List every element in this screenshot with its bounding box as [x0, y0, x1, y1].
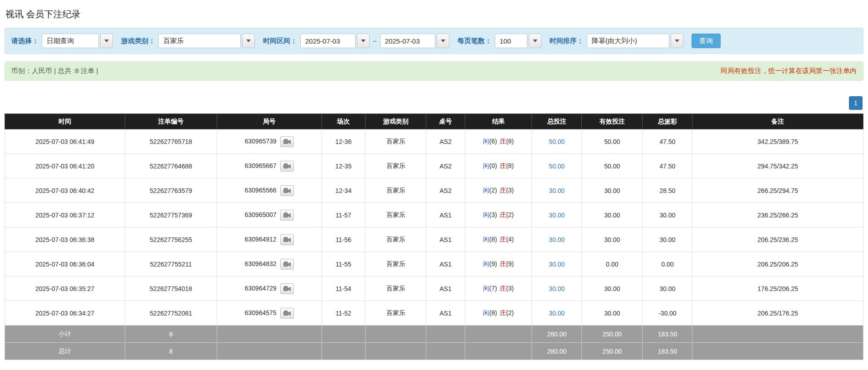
round-video-button[interactable]	[280, 283, 294, 294]
banker-score: (2)	[506, 211, 514, 218]
time-sort-group: 时间排序： 降幂(由大到小)	[550, 34, 683, 48]
chevron-down-icon[interactable]	[357, 34, 370, 48]
chevron-down-icon[interactable]	[242, 34, 255, 48]
cell-time: 2025-07-03 06:36:04	[5, 252, 125, 276]
filter-bar: 请选择： 日期查询 游戏类别： 百家乐 时间区间： 2025-07-03 ~ 2…	[5, 28, 863, 54]
game-type-select[interactable]: 百家乐	[158, 34, 255, 48]
page-button-1[interactable]: 1	[849, 96, 863, 110]
round-id: 630964832	[244, 260, 276, 267]
cell-payout: 30.00	[643, 227, 692, 252]
empty-cell	[465, 326, 532, 343]
cell-result: 闲(7)庄(3)	[465, 276, 532, 301]
cell-time: 2025-07-03 06:34:27	[5, 301, 125, 326]
query-type-select[interactable]: 日期查询	[42, 34, 113, 48]
cell-valid-bet: 30.00	[582, 276, 643, 301]
date-end-value: 2025-07-03	[380, 34, 435, 48]
total-bet-link[interactable]: 30.00	[549, 285, 565, 292]
column-header: 总派彩	[643, 114, 692, 129]
round-video-button[interactable]	[280, 308, 294, 319]
total-total-bet: 280.00	[532, 343, 582, 360]
cell-round: 630965007	[217, 203, 322, 227]
cell-round: 630965667	[217, 154, 322, 178]
column-header: 注单编号	[125, 114, 217, 129]
subtotal-row: 小计 8 280.00 250.00 183.50	[5, 326, 863, 343]
chevron-down-icon[interactable]	[437, 34, 449, 48]
cell-total-bet: 30.00	[532, 276, 582, 301]
round-video-button[interactable]	[280, 210, 294, 221]
total-bet-link[interactable]: 30.00	[549, 310, 565, 317]
round-id: 630965566	[244, 186, 276, 193]
empty-cell	[426, 343, 465, 360]
chevron-down-icon[interactable]	[671, 34, 683, 48]
cell-result: 闲(2)庄(3)	[465, 178, 532, 203]
total-bet-link[interactable]: 50.00	[549, 163, 565, 170]
cell-game: 百家乐	[366, 203, 426, 227]
cell-note: 236.25/266.25	[692, 203, 863, 227]
cell-valid-bet: 0.00	[582, 252, 643, 276]
cell-time: 2025-07-03 06:37:12	[5, 203, 125, 227]
cell-payout: 30.00	[643, 203, 692, 227]
player-score: (8)	[489, 236, 497, 243]
cell-time: 2025-07-03 06:36:38	[5, 227, 125, 252]
cell-payout: 47.50	[643, 129, 692, 154]
cell-round: 630965739	[217, 129, 322, 154]
subtotal-label: 小计	[5, 326, 125, 343]
column-header: 总投注	[532, 114, 582, 129]
round-id: 630964729	[244, 284, 276, 291]
table-row: 2025-07-03 06:40:42 522627763579 6309655…	[5, 178, 863, 203]
date-start-select[interactable]: 2025-07-03	[300, 34, 370, 48]
cell-payout: 0.00	[643, 252, 692, 276]
cell-total-bet: 50.00	[532, 129, 582, 154]
banker-result: 庄	[500, 285, 506, 292]
cell-result: 闲(6)庄(8)	[465, 129, 532, 154]
search-button[interactable]: 查询	[692, 34, 721, 48]
page-size-select[interactable]: 100	[495, 34, 541, 48]
cell-bet-id: 522627763579	[125, 178, 217, 203]
banker-score: (8)	[506, 138, 514, 145]
round-video-button[interactable]	[280, 136, 294, 147]
cell-game: 百家乐	[366, 252, 426, 276]
round-video-button[interactable]	[280, 185, 294, 196]
chevron-down-icon[interactable]	[529, 34, 541, 48]
cell-result: 闲(3)庄(2)	[465, 203, 532, 227]
cell-note: 294.75/342.25	[692, 154, 863, 178]
query-type-group: 请选择： 日期查询	[11, 34, 113, 48]
video-camera-icon	[283, 261, 291, 267]
player-score: (8)	[489, 309, 497, 316]
cell-result: 闲(0)庄(8)	[465, 154, 532, 178]
cell-note: 206.25/206.25	[692, 252, 863, 276]
chevron-down-icon[interactable]	[100, 34, 113, 48]
cell-valid-bet: 30.00	[582, 203, 643, 227]
cell-valid-bet: 50.00	[582, 154, 643, 178]
date-end-select[interactable]: 2025-07-03	[380, 34, 449, 48]
empty-cell	[322, 343, 366, 360]
time-sort-select[interactable]: 降幂(由大到小)	[587, 34, 683, 48]
column-header: 桌号	[426, 114, 465, 129]
page-title: 视讯 会员下注纪录	[5, 8, 863, 20]
empty-cell	[366, 326, 426, 343]
total-bet-link[interactable]: 30.00	[549, 261, 565, 268]
total-bet-link[interactable]: 30.00	[549, 236, 565, 243]
total-bet-link[interactable]: 30.00	[549, 212, 565, 219]
round-video-button[interactable]	[280, 234, 294, 245]
cell-time: 2025-07-03 06:35:27	[5, 276, 125, 301]
total-bet-link[interactable]: 50.00	[549, 138, 565, 145]
banker-result: 庄	[500, 236, 506, 243]
banker-score: (8)	[506, 162, 514, 169]
cell-note: 266.25/294.75	[692, 178, 863, 203]
empty-cell	[217, 343, 322, 360]
video-camera-icon	[283, 237, 291, 242]
empty-cell	[366, 343, 426, 360]
column-header: 游戏类别	[366, 114, 426, 129]
cell-session: 12-36	[322, 129, 366, 154]
column-header: 备注	[692, 114, 863, 129]
game-type-label: 游戏类别：	[121, 37, 155, 45]
player-score: (6)	[489, 138, 497, 145]
cell-session: 12-35	[322, 154, 366, 178]
round-video-button[interactable]	[280, 161, 294, 172]
round-video-button[interactable]	[280, 259, 294, 270]
cell-bet-id: 522627755211	[125, 252, 217, 276]
cell-result: 闲(8)庄(4)	[465, 227, 532, 252]
total-bet-link[interactable]: 30.00	[549, 187, 565, 194]
banker-result: 庄	[500, 260, 506, 267]
